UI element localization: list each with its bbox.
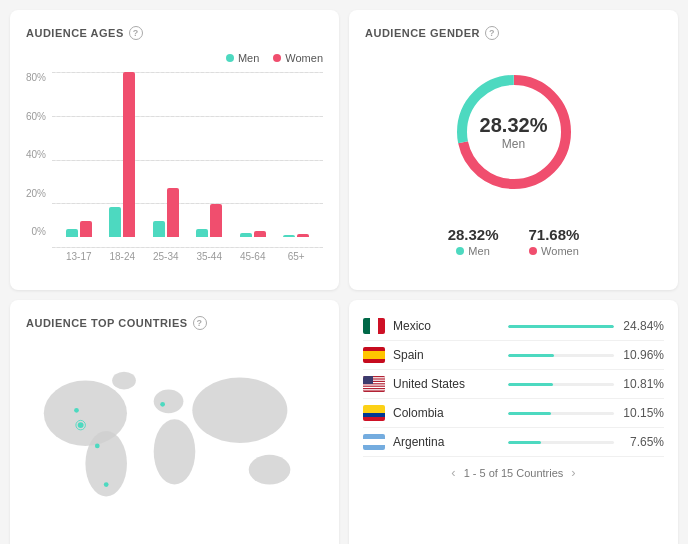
bar-pair-13-17 <box>66 221 92 237</box>
world-map <box>26 342 323 532</box>
bar-pair-18-24 <box>109 72 135 237</box>
bar-men-45-64 <box>240 233 252 237</box>
asia <box>192 378 287 443</box>
countries-title: AUDIENCE TOP COUNTRIES ? <box>26 316 323 330</box>
y-80: 80% <box>26 72 46 83</box>
mexico-dot <box>78 422 84 428</box>
men-dot <box>226 54 234 62</box>
bars-container <box>52 72 323 237</box>
country-bar-fill-spain <box>508 354 555 357</box>
audience-ages-card: AUDIENCE AGES ? Men Women 80% 60% 40% 20… <box>10 10 339 290</box>
gender-title-text: AUDIENCE GENDER <box>365 27 480 39</box>
bar-group-35-44 <box>196 204 222 237</box>
world-map-svg <box>26 342 323 532</box>
audience-gender-title: AUDIENCE GENDER ? <box>365 26 499 40</box>
country-row-usa: United States 10.81% <box>363 370 664 399</box>
flag-colombia <box>363 405 385 421</box>
bar-women-18-24 <box>123 72 135 237</box>
bar-men-35-44 <box>196 229 208 237</box>
country-pct-colombia: 10.15% <box>622 406 664 420</box>
countries-help-icon[interactable]: ? <box>193 316 207 330</box>
bar-pair-65plus <box>283 234 309 237</box>
prev-page-button[interactable]: ‹ <box>451 465 455 480</box>
country-pct-spain: 10.96% <box>622 348 664 362</box>
women-stat-dot <box>529 247 537 255</box>
greenland <box>112 372 136 390</box>
x-18-24: 18-24 <box>102 251 142 262</box>
gender-help-icon[interactable]: ? <box>485 26 499 40</box>
svg-rect-6 <box>363 389 385 390</box>
x-45-64: 45-64 <box>233 251 273 262</box>
y-0: 0% <box>32 226 46 237</box>
flag-argentina <box>363 434 385 450</box>
ages-help-icon[interactable]: ? <box>129 26 143 40</box>
country-bar-spain <box>508 354 615 357</box>
bar-women-13-17 <box>80 221 92 237</box>
country-pct-usa: 10.81% <box>622 377 664 391</box>
y-40: 40% <box>26 149 46 160</box>
y-20: 20% <box>26 188 46 199</box>
men-stat-label: Men <box>468 245 489 257</box>
bar-men-13-17 <box>66 229 78 237</box>
country-bar-colombia <box>508 412 615 415</box>
gender-stat-men: 28.32% Men <box>448 226 499 257</box>
pagination-text: 1 - 5 of 15 Countries <box>464 467 564 479</box>
svg-rect-5 <box>363 387 385 388</box>
bar-group-65plus <box>283 234 309 237</box>
country-bar-fill-mexico <box>508 325 615 328</box>
country-name-usa: United States <box>393 377 500 391</box>
bar-pair-45-64 <box>240 231 266 237</box>
argentina-dot <box>104 482 109 487</box>
svg-rect-4 <box>363 384 385 385</box>
women-pct: 71.68% <box>529 226 580 243</box>
europe <box>154 389 184 413</box>
country-row-argentina: Argentina 7.65% <box>363 428 664 457</box>
men-stat-dot <box>456 247 464 255</box>
country-bar-usa <box>508 383 615 386</box>
audience-gender-card: AUDIENCE GENDER ? 28.32% Men 28.32% Men <box>349 10 678 290</box>
country-bar-argentina <box>508 441 615 444</box>
bar-men-65plus <box>283 235 295 237</box>
country-name-spain: Spain <box>393 348 500 362</box>
flag-usa <box>363 376 385 392</box>
gender-stat-women: 71.68% Women <box>529 226 580 257</box>
countries-table-card: Mexico 24.84% Spain 10.96% <box>349 300 678 544</box>
colombia-dot <box>95 444 100 449</box>
chart-inner <box>52 72 323 247</box>
country-pct-argentina: 7.65% <box>622 435 664 449</box>
gender-stats: 28.32% Men 71.68% Women <box>448 226 580 257</box>
spain-dot <box>160 402 165 407</box>
bar-pair-25-34 <box>153 188 179 237</box>
bar-women-35-44 <box>210 204 222 237</box>
country-bar-fill-colombia <box>508 412 552 415</box>
x-13-17: 13-17 <box>59 251 99 262</box>
next-page-button[interactable]: › <box>571 465 575 480</box>
usa-dot <box>74 408 79 413</box>
women-stat-legend: Women <box>529 245 579 257</box>
legend-women: Women <box>273 52 323 64</box>
country-pct-mexico: 24.84% <box>622 319 664 333</box>
bar-women-65plus <box>297 234 309 237</box>
ages-legend: Men Women <box>26 52 323 64</box>
audience-countries-card: AUDIENCE TOP COUNTRIES ? <box>10 300 339 544</box>
women-label: Women <box>285 52 323 64</box>
country-row-mexico: Mexico 24.84% <box>363 312 664 341</box>
countries-title-text: AUDIENCE TOP COUNTRIES <box>26 317 188 329</box>
gridline-0 <box>52 247 323 248</box>
bar-group-25-34 <box>153 188 179 237</box>
women-dot <box>273 54 281 62</box>
flag-usa-svg <box>363 376 385 392</box>
africa <box>154 419 196 484</box>
bar-men-18-24 <box>109 207 121 237</box>
australia <box>249 455 291 485</box>
country-row-spain: Spain 10.96% <box>363 341 664 370</box>
donut-center: 28.32% Men <box>480 114 548 151</box>
country-bar-fill-argentina <box>508 441 541 444</box>
country-name-mexico: Mexico <box>393 319 500 333</box>
x-25-34: 25-34 <box>146 251 186 262</box>
men-label: Men <box>238 52 259 64</box>
legend-men: Men <box>226 52 259 64</box>
country-row-colombia: Colombia 10.15% <box>363 399 664 428</box>
x-labels: 13-17 18-24 25-34 35-44 45-64 65+ <box>52 247 323 262</box>
y-60: 60% <box>26 111 46 122</box>
